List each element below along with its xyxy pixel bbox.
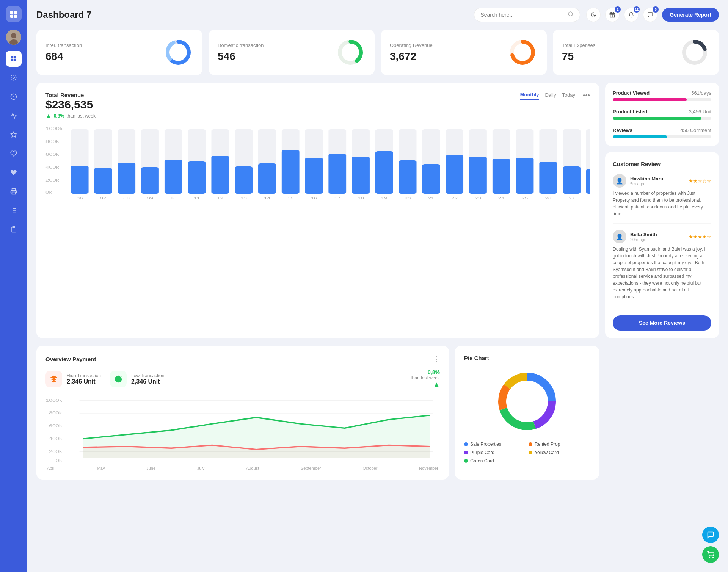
payment-card: Overview Payment ⋮ High Transaction 2,34… bbox=[36, 346, 449, 480]
tab-daily[interactable]: Daily bbox=[545, 92, 556, 99]
payment-change-label: than last week bbox=[411, 375, 440, 381]
svg-text:26: 26 bbox=[545, 196, 551, 200]
reviewer-stars-1: ★★★★☆ bbox=[689, 234, 711, 240]
donut-chart-1 bbox=[335, 37, 366, 67]
svg-rect-92 bbox=[446, 155, 463, 194]
stat-label-1: Domestic transaction bbox=[218, 42, 264, 48]
x-label-4: August bbox=[246, 466, 259, 470]
see-more-reviews-button[interactable]: See More Reviews bbox=[613, 315, 711, 331]
support-float-btn[interactable] bbox=[702, 527, 719, 543]
sidebar-item-heart-fill[interactable] bbox=[6, 165, 22, 180]
floating-buttons bbox=[702, 527, 719, 563]
sidebar-item-settings[interactable] bbox=[6, 70, 22, 86]
reviews-more-icon[interactable]: ⋮ bbox=[704, 160, 711, 168]
messages-icon-btn[interactable]: 5 bbox=[643, 8, 657, 22]
svg-text:400k: 400k bbox=[49, 437, 62, 441]
svg-rect-68 bbox=[258, 163, 276, 194]
main-content: Dashboard 7 2 12 5 Generate Repor bbox=[27, 0, 728, 572]
metric-name-1: Product Listed bbox=[613, 109, 647, 114]
svg-rect-2 bbox=[10, 15, 13, 18]
high-transaction-icon bbox=[46, 371, 62, 387]
search-input[interactable] bbox=[480, 12, 565, 18]
payment-change: 0,8% than last week ▲ bbox=[411, 369, 440, 389]
revenue-tabs: Monthly Daily Today ••• bbox=[520, 92, 590, 100]
generate-report-button[interactable]: Generate Report bbox=[662, 8, 719, 22]
reviewer-time-1: 20m ago bbox=[630, 237, 657, 242]
svg-text:1000k: 1000k bbox=[46, 398, 62, 403]
metric-item-2: Reviews 456 Comment bbox=[613, 127, 711, 138]
reviewer-name-0: Hawkins Maru bbox=[630, 176, 663, 182]
payment-stat-high: High Transaction 2,346 Unit bbox=[46, 369, 101, 389]
revenue-more-btn[interactable]: ••• bbox=[583, 92, 590, 100]
payment-change-pct: 0,8% bbox=[428, 369, 440, 375]
svg-rect-83 bbox=[375, 151, 393, 194]
svg-rect-110 bbox=[586, 169, 590, 194]
svg-point-128 bbox=[506, 381, 548, 422]
avatar[interactable] bbox=[6, 30, 21, 45]
bars: 06 07 08 09 bbox=[71, 129, 590, 200]
legend-label-0: Sale Properties bbox=[470, 442, 501, 447]
payment-more-icon[interactable]: ⋮ bbox=[433, 355, 440, 363]
pie-legend: Sale Properties Rented Prop Purple Card … bbox=[464, 442, 590, 464]
svg-rect-16 bbox=[12, 192, 16, 194]
notifications-badge: 12 bbox=[634, 6, 640, 13]
svg-text:24: 24 bbox=[498, 196, 505, 200]
notifications-icon-btn[interactable]: 12 bbox=[624, 8, 639, 22]
stat-label-2: Operating Revenue bbox=[390, 42, 433, 48]
svg-text:0k: 0k bbox=[46, 190, 52, 194]
svg-text:12: 12 bbox=[217, 196, 224, 200]
progress-fill-1 bbox=[613, 117, 701, 120]
legend-item-2: Purple Card bbox=[464, 450, 526, 455]
donut-chart-2 bbox=[507, 37, 538, 67]
revenue-change: ▲ 0,8% than last week bbox=[46, 113, 96, 119]
reviews-title: Customer Review bbox=[613, 161, 661, 167]
revenue-change-label: than last week bbox=[66, 113, 96, 119]
review-item-1: 👤 Bella Smith 20m ago ★★★★☆ Dealing with… bbox=[613, 230, 711, 306]
svg-rect-101 bbox=[516, 158, 534, 194]
stat-card-0: Inter. transaction 684 bbox=[36, 30, 202, 75]
sidebar-item-print[interactable] bbox=[6, 183, 22, 199]
svg-point-129 bbox=[709, 557, 710, 558]
tab-monthly[interactable]: Monthly bbox=[520, 92, 539, 100]
svg-text:23: 23 bbox=[475, 196, 481, 200]
sidebar-item-clipboard[interactable] bbox=[6, 221, 22, 237]
stat-card-2: Operating Revenue 3,672 bbox=[381, 30, 547, 75]
donut-chart-3 bbox=[679, 37, 710, 67]
sidebar-logo[interactable] bbox=[6, 6, 22, 22]
svg-text:0k: 0k bbox=[56, 459, 62, 463]
x-label-5: September bbox=[301, 466, 321, 470]
metric-name-0: Product Viewed bbox=[613, 90, 650, 96]
svg-rect-44 bbox=[71, 166, 89, 194]
payment-title: Overview Payment bbox=[46, 356, 96, 362]
gifts-icon-btn[interactable]: 2 bbox=[605, 8, 620, 22]
tab-today[interactable]: Today bbox=[562, 92, 575, 99]
progress-bar-2 bbox=[613, 135, 711, 138]
bottom-row: Overview Payment ⋮ High Transaction 2,34… bbox=[36, 346, 719, 480]
sidebar-item-list[interactable] bbox=[6, 202, 22, 218]
cart-float-btn[interactable] bbox=[702, 546, 719, 563]
svg-text:200k: 200k bbox=[46, 178, 59, 182]
sidebar-item-heart[interactable] bbox=[6, 146, 22, 161]
svg-text:800k: 800k bbox=[46, 139, 59, 144]
payment-stat-low: Low Transaction 2,346 Unit bbox=[110, 369, 164, 389]
x-label-7: November bbox=[419, 466, 438, 470]
svg-text:20: 20 bbox=[405, 196, 411, 200]
svg-text:14: 14 bbox=[264, 196, 270, 200]
svg-text:22: 22 bbox=[451, 196, 458, 200]
svg-text:600k: 600k bbox=[46, 152, 59, 157]
revenue-amount: $236,535 bbox=[46, 98, 96, 111]
metrics-card: Product Viewed 561/days Product Listed 3… bbox=[605, 83, 719, 146]
sidebar-item-info[interactable] bbox=[6, 89, 22, 105]
right-panel: Product Viewed 561/days Product Listed 3… bbox=[605, 83, 719, 338]
sidebar-item-analytics[interactable] bbox=[6, 108, 22, 124]
stat-label-0: Inter. transaction bbox=[46, 42, 82, 48]
search-bar[interactable] bbox=[474, 8, 580, 22]
svg-text:07: 07 bbox=[100, 196, 107, 200]
sidebar-item-dashboard[interactable] bbox=[6, 51, 22, 67]
svg-text:10: 10 bbox=[170, 196, 177, 200]
metric-name-2: Reviews bbox=[613, 127, 632, 133]
dark-mode-toggle[interactable] bbox=[586, 8, 601, 22]
pie-container bbox=[464, 367, 590, 436]
legend-dot-1 bbox=[529, 442, 532, 446]
sidebar-item-favorites[interactable] bbox=[6, 127, 22, 143]
